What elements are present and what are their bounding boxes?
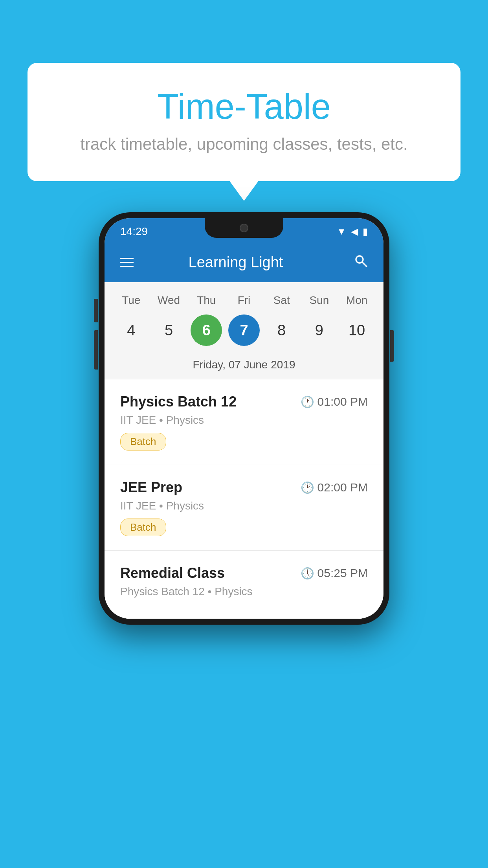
phone-screen: 14:29 ▼ ◀ ▮ Learning Light xyxy=(105,218,383,619)
day-tue: Tue xyxy=(116,294,147,307)
calendar-dates: 4 5 6 7 8 9 10 xyxy=(105,311,383,354)
date-10[interactable]: 10 xyxy=(341,314,372,346)
hamburger-line xyxy=(120,262,134,263)
batch-badge-2: Batch xyxy=(120,519,166,536)
day-sun: Sun xyxy=(303,294,335,307)
clock-icon-3: 🕔 xyxy=(301,567,314,580)
date-5[interactable]: 5 xyxy=(153,314,185,346)
class-name-2: JEE Prep xyxy=(120,479,182,496)
class-card-1[interactable]: Physics Batch 12 🕐 01:00 PM IIT JEE • Ph… xyxy=(105,379,383,465)
svg-point-0 xyxy=(356,256,363,263)
day-thu: Thu xyxy=(191,294,222,307)
bubble-title: Time-Table xyxy=(59,86,429,127)
speech-bubble-section: Time-Table track timetable, upcoming cla… xyxy=(28,63,460,181)
class-card-header-1: Physics Batch 12 🕐 01:00 PM xyxy=(120,394,368,410)
app-bar: Learning Light xyxy=(105,243,383,282)
date-9[interactable]: 9 xyxy=(303,314,335,346)
class-time-2: 🕑 02:00 PM xyxy=(301,481,368,494)
hamburger-line xyxy=(120,258,134,259)
class-card-header-2: JEE Prep 🕑 02:00 PM xyxy=(120,479,368,496)
front-camera xyxy=(240,224,248,232)
date-7-selected[interactable]: 7 xyxy=(228,314,260,346)
svg-line-1 xyxy=(363,263,367,267)
day-sat: Sat xyxy=(266,294,297,307)
day-mon: Mon xyxy=(341,294,372,307)
day-fri: Fri xyxy=(228,294,260,307)
class-card-3[interactable]: Remedial Class 🕔 05:25 PM Physics Batch … xyxy=(105,551,383,619)
search-button[interactable] xyxy=(354,254,368,271)
hamburger-menu-button[interactable] xyxy=(120,258,134,267)
batch-badge-1: Batch xyxy=(120,433,166,451)
status-time: 14:29 xyxy=(120,225,148,238)
clock-icon-1: 🕐 xyxy=(301,395,314,408)
phone-mockup: 14:29 ▼ ◀ ▮ Learning Light xyxy=(99,212,389,625)
date-8[interactable]: 8 xyxy=(266,314,297,346)
classes-list: Physics Batch 12 🕐 01:00 PM IIT JEE • Ph… xyxy=(105,379,383,619)
power-button xyxy=(390,330,394,362)
date-6-today[interactable]: 6 xyxy=(191,314,222,346)
volume-down-button xyxy=(94,330,98,370)
calendar-days-header: Tue Wed Thu Fri Sat Sun Mon xyxy=(105,290,383,311)
calendar-section: Tue Wed Thu Fri Sat Sun Mon 4 5 6 7 8 9 … xyxy=(105,282,383,379)
class-meta-2: IIT JEE • Physics xyxy=(120,500,368,512)
class-time-1: 🕐 01:00 PM xyxy=(301,395,368,408)
date-4[interactable]: 4 xyxy=(116,314,147,346)
hamburger-line xyxy=(120,266,134,267)
class-meta-1: IIT JEE • Physics xyxy=(120,414,368,427)
selected-date-label: Friday, 07 June 2019 xyxy=(105,354,383,379)
day-wed: Wed xyxy=(153,294,185,307)
signal-icon: ◀ xyxy=(351,226,358,237)
class-name-3: Remedial Class xyxy=(120,565,225,581)
class-card-header-3: Remedial Class 🕔 05:25 PM xyxy=(120,565,368,581)
status-icons: ▼ ◀ ▮ xyxy=(337,226,368,237)
phone-notch xyxy=(205,218,283,238)
battery-icon: ▮ xyxy=(363,226,368,237)
app-title: Learning Light xyxy=(134,254,338,271)
phone-body: 14:29 ▼ ◀ ▮ Learning Light xyxy=(99,212,389,625)
clock-icon-2: 🕑 xyxy=(301,481,314,494)
volume-up-button xyxy=(94,299,98,322)
class-time-3: 🕔 05:25 PM xyxy=(301,566,368,580)
class-meta-3: Physics Batch 12 • Physics xyxy=(120,585,368,598)
class-name-1: Physics Batch 12 xyxy=(120,394,237,410)
wifi-icon: ▼ xyxy=(337,226,346,237)
class-card-2[interactable]: JEE Prep 🕑 02:00 PM IIT JEE • Physics Ba… xyxy=(105,465,383,551)
speech-bubble: Time-Table track timetable, upcoming cla… xyxy=(28,63,460,181)
bubble-subtitle: track timetable, upcoming classes, tests… xyxy=(59,135,429,154)
